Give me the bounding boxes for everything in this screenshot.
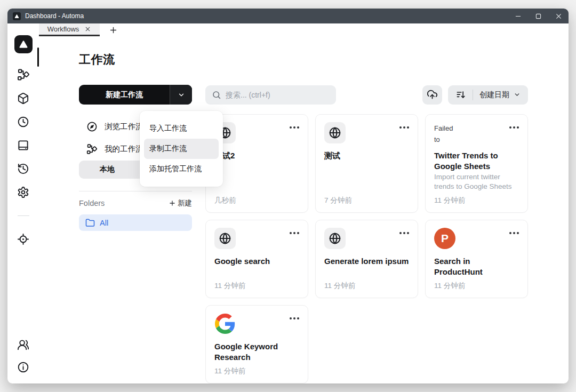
workflow-card[interactable]: Failed to Twitter Trends to Google Sheet…	[425, 114, 528, 213]
folders-heading: Folders	[79, 199, 105, 207]
card-title: 测试2	[214, 150, 299, 161]
plus-icon	[169, 199, 176, 207]
card-menu-button[interactable]	[509, 228, 519, 234]
new-workflow-dropdown-menu: 导入工作流 录制工作流 添加托管工作流	[140, 111, 223, 187]
workflow-card[interactable]: Generate lorem ipsum 11 分钟前	[315, 220, 418, 298]
sort-direction-button[interactable]	[454, 90, 467, 100]
new-folder-button[interactable]: 新建	[169, 198, 192, 208]
sort-icon	[455, 90, 466, 100]
automa-logo[interactable]	[14, 35, 33, 53]
sidebar-item-settings[interactable]	[17, 185, 30, 199]
page-title: 工作流	[79, 52, 528, 68]
window-title: Dashboard - Automa	[25, 12, 508, 20]
folder-all-label: All	[100, 219, 108, 227]
maximize-button[interactable]	[528, 9, 548, 23]
card-description: Import current twitter trends to Google …	[434, 172, 519, 191]
sort-by-label: 创建日期	[479, 90, 509, 100]
card-timestamp: 11 分钟前	[434, 191, 519, 205]
new-workflow-label: 新建工作流	[79, 85, 170, 105]
workflow-icon	[86, 143, 98, 155]
chevron-down-icon	[178, 91, 185, 99]
element-picker-icon-button[interactable]	[17, 232, 30, 246]
card-menu-button[interactable]	[399, 228, 409, 234]
menu-item-record-workflow[interactable]: 录制工作流	[144, 139, 219, 159]
search-box[interactable]	[205, 85, 336, 105]
card-title: Search in ProductHunt	[434, 256, 519, 277]
about-info-button[interactable]	[17, 360, 30, 374]
sidebar-divider	[18, 215, 29, 216]
browse-workflows-label: 浏览工作流	[105, 122, 143, 132]
menu-item-add-hosted-workflow[interactable]: 添加托管工作流	[144, 159, 219, 179]
new-workflow-dropdown-toggle[interactable]	[170, 85, 192, 105]
card-timestamp: 11 分钟前	[324, 277, 409, 291]
google-logo-icon	[214, 313, 236, 334]
sort-controls: 创建日期	[448, 85, 528, 105]
cloud-upload-icon	[427, 89, 438, 100]
new-workflow-button[interactable]: 新建工作流	[79, 85, 192, 105]
search-input[interactable]	[226, 91, 330, 99]
globe-icon	[324, 228, 346, 249]
card-menu-button[interactable]	[290, 313, 299, 319]
card-timestamp: 几秒前	[214, 191, 299, 205]
card-title: 测试	[324, 150, 409, 161]
backup-cloud-button[interactable]	[422, 85, 442, 105]
sidebar-item-logs-history[interactable]	[17, 162, 30, 175]
minimize-button[interactable]	[508, 9, 528, 23]
sidebar-item-workflows[interactable]	[17, 68, 30, 82]
my-workflows-label: 我的工作流	[105, 144, 143, 154]
teams-users-button[interactable]	[17, 338, 30, 351]
globe-icon	[214, 228, 236, 249]
search-icon	[212, 90, 221, 100]
workflow-card[interactable]: Google Keyword Research 11 分钟前	[205, 305, 308, 383]
titlebar: Dashboard - Automa	[7, 9, 569, 23]
card-timestamp: 7 分钟前	[324, 191, 409, 205]
card-title: Twitter Trends to Google Sheets	[434, 150, 519, 171]
new-tab-button[interactable]	[104, 23, 122, 36]
sidebar-active-indicator	[37, 47, 39, 67]
card-menu-button[interactable]	[509, 122, 519, 129]
producthunt-icon: P	[434, 228, 455, 249]
sidebar-item-storage[interactable]	[17, 138, 30, 152]
workflow-card[interactable]: Google search 11 分钟前	[205, 220, 308, 298]
broken-image-icon: Failed to	[434, 122, 455, 143]
card-title: Generate lorem ipsum	[324, 256, 409, 267]
compass-icon	[86, 121, 98, 132]
workflow-cards-grid: 测试2 几秒前 测试 7 分钟前	[205, 114, 528, 383]
card-title: Google search	[214, 256, 299, 267]
tab-workflows-label: Workflows	[47, 25, 79, 33]
sort-divider	[473, 90, 473, 100]
tab-close-icon[interactable]	[84, 26, 91, 33]
sidebar-item-schedule[interactable]	[17, 115, 30, 129]
workflow-card[interactable]: 测试 7 分钟前	[315, 114, 418, 213]
panel-divider	[79, 191, 192, 191]
card-menu-button[interactable]	[290, 122, 299, 129]
card-timestamp: 11 分钟前	[434, 277, 519, 291]
app-window: Dashboard - Automa	[7, 9, 569, 383]
tab-local[interactable]: 本地	[79, 161, 135, 179]
close-button[interactable]	[548, 9, 569, 23]
folder-icon	[85, 218, 95, 228]
automa-app-icon	[13, 12, 21, 20]
new-folder-label: 新建	[178, 198, 192, 208]
sidebar	[7, 23, 39, 383]
card-timestamp: 11 分钟前	[214, 277, 299, 291]
folder-item-all[interactable]: All	[79, 214, 192, 231]
workflow-card[interactable]: P Search in ProductHunt 11 分钟前	[425, 220, 528, 298]
tabbar: Workflows	[39, 23, 569, 36]
tab-workflows[interactable]: Workflows	[39, 23, 100, 36]
chevron-down-icon	[514, 91, 521, 98]
card-timestamp: 11 分钟前	[214, 362, 299, 376]
globe-icon	[324, 122, 346, 143]
menu-item-import-workflow[interactable]: 导入工作流	[144, 118, 219, 139]
workflows-page: 工作流 新建工作流	[39, 36, 569, 383]
sidebar-item-packages[interactable]	[17, 91, 30, 105]
card-menu-button[interactable]	[399, 122, 409, 129]
card-menu-button[interactable]	[290, 228, 299, 234]
card-title: Google Keyword Research	[214, 341, 299, 362]
sort-by-select[interactable]: 创建日期	[478, 90, 522, 100]
